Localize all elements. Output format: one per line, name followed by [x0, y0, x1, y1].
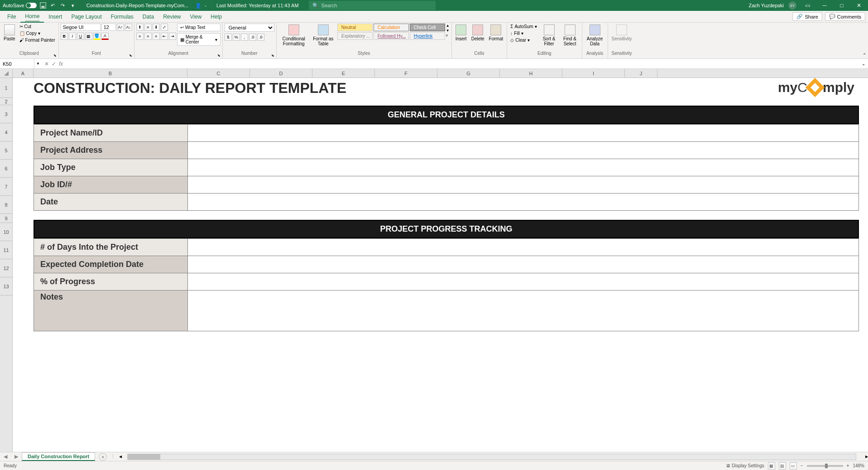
tab-file[interactable]: File: [3, 11, 20, 23]
increase-decimal-icon[interactable]: .0: [249, 34, 256, 41]
name-box-dropdown-icon[interactable]: ▼: [34, 62, 42, 66]
row-header[interactable]: 4: [0, 123, 12, 141]
number-format-select[interactable]: General: [225, 24, 274, 32]
styles-more-icon[interactable]: ≡: [446, 34, 450, 38]
qat-more-icon[interactable]: ▾: [69, 2, 77, 9]
col-header[interactable]: G: [437, 69, 500, 78]
styles-up-icon[interactable]: ▲: [446, 24, 450, 28]
conditional-formatting-button[interactable]: Conditional Formatting: [278, 24, 309, 47]
tab-data[interactable]: Data: [138, 11, 158, 23]
align-top-icon[interactable]: ⬆: [136, 24, 144, 31]
row-header[interactable]: 13: [0, 277, 12, 296]
align-center-icon[interactable]: ≡: [144, 33, 152, 40]
col-header[interactable]: H: [500, 69, 562, 78]
underline-button[interactable]: U: [77, 33, 84, 40]
sort-filter-button[interactable]: Sort & Filter: [539, 24, 559, 47]
autosum-button[interactable]: ΣAutoSum ▾: [509, 24, 538, 29]
search-input[interactable]: [321, 3, 432, 8]
share-button[interactable]: 🔗 Share: [792, 12, 822, 21]
fill-button[interactable]: ↓Fill ▾: [509, 30, 538, 36]
align-right-icon[interactable]: ≡: [153, 33, 160, 40]
style-followed-hyperlink[interactable]: Followed Hy...: [374, 32, 409, 40]
fill-color-button[interactable]: 🪣: [93, 33, 101, 40]
view-normal-icon[interactable]: ▦: [768, 462, 775, 470]
redo-icon[interactable]: ↷: [59, 2, 67, 9]
delete-cells-button[interactable]: Delete: [470, 24, 486, 42]
number-launcher[interactable]: ⬊: [271, 53, 275, 58]
enter-formula-icon[interactable]: ✓: [52, 61, 56, 67]
col-header[interactable]: F: [375, 69, 437, 78]
horizontal-scrollbar[interactable]: [127, 454, 856, 460]
decrease-decimal-icon[interactable]: .0: [257, 34, 264, 41]
tab-review[interactable]: Review: [158, 11, 185, 23]
border-button[interactable]: ▦: [85, 33, 92, 40]
view-page-break-icon[interactable]: ▭: [790, 462, 797, 470]
col-header[interactable]: A: [13, 69, 34, 78]
orientation-icon[interactable]: ⤢: [161, 24, 168, 31]
align-middle-icon[interactable]: ≡: [144, 24, 152, 31]
font-color-button[interactable]: A: [101, 33, 109, 40]
accessibility-icon[interactable]: 👤: [195, 2, 202, 9]
align-left-icon[interactable]: ≡: [136, 33, 144, 40]
percent-icon[interactable]: %: [233, 34, 240, 41]
sensitivity-button[interactable]: Sensitivity: [610, 24, 634, 42]
comma-icon[interactable]: ,: [241, 34, 248, 41]
format-painter-button[interactable]: 🖌Format Painter: [18, 37, 57, 43]
font-size-select[interactable]: [101, 24, 116, 31]
collapse-ribbon-icon[interactable]: ⌃: [863, 53, 866, 58]
style-hyperlink[interactable]: Hyperlink: [410, 32, 445, 40]
cancel-formula-icon[interactable]: ✕: [44, 61, 49, 67]
close-icon[interactable]: ✕: [853, 0, 865, 11]
tab-view[interactable]: View: [186, 11, 206, 23]
user-name[interactable]: Zach Yuzdepski: [749, 3, 784, 8]
find-select-button[interactable]: Find & Select: [560, 24, 580, 47]
wrap-text-button[interactable]: ↩Wrap Text: [177, 24, 221, 31]
row-header[interactable]: 11: [0, 241, 12, 259]
comments-button[interactable]: 💬 Comments: [825, 12, 865, 21]
zoom-out-button[interactable]: −: [801, 463, 803, 468]
fx-icon[interactable]: fx: [59, 61, 63, 67]
italic-button[interactable]: I: [69, 33, 76, 40]
col-header[interactable]: E: [312, 69, 375, 78]
insert-cells-button[interactable]: Insert: [454, 24, 469, 42]
row-header[interactable]: 2: [0, 98, 12, 105]
search-box[interactable]: 🔍: [309, 1, 436, 10]
zoom-level[interactable]: 148%: [853, 463, 864, 468]
tab-formulas[interactable]: Formulas: [106, 11, 138, 23]
paste-button[interactable]: Paste: [2, 24, 17, 42]
style-neutral[interactable]: Neutral: [337, 24, 373, 31]
merge-center-button[interactable]: ▦Merge & Center ▾: [177, 33, 221, 46]
increase-indent-icon[interactable]: ⇥: [169, 33, 176, 40]
format-as-table-button[interactable]: Format as Table: [310, 24, 336, 47]
row-header[interactable]: 10: [0, 223, 12, 241]
user-avatar[interactable]: ZY: [788, 1, 796, 10]
copy-button[interactable]: 📋Copy ▾: [18, 30, 57, 36]
clear-button[interactable]: ◇Clear ▾: [509, 37, 538, 43]
font-name-select[interactable]: [61, 24, 101, 31]
formula-input[interactable]: [66, 61, 859, 67]
display-settings-button[interactable]: 🖥 Display Settings: [726, 463, 764, 468]
ribbon-options-icon[interactable]: ▭: [801, 0, 814, 11]
col-header[interactable]: I: [562, 69, 625, 78]
increase-font-icon[interactable]: A↑: [117, 24, 124, 31]
add-sheet-button[interactable]: +: [99, 453, 107, 460]
sheet-nav-prev-icon[interactable]: ◀: [0, 454, 11, 460]
zoom-in-button[interactable]: +: [847, 463, 849, 468]
currency-icon[interactable]: $: [225, 34, 232, 41]
row-header[interactable]: 1: [0, 78, 12, 98]
sheet-tab-active[interactable]: Daily Construction Report: [22, 452, 95, 461]
cells-area[interactable]: CONSTRUCTION: DAILY REPORT TEMPLATE myCm…: [13, 78, 868, 452]
row-header[interactable]: 6: [0, 160, 12, 178]
analyze-data-button[interactable]: Analyze Data: [584, 24, 606, 47]
styles-down-icon[interactable]: ▼: [446, 29, 450, 33]
row-header[interactable]: 9: [0, 214, 12, 223]
tab-help[interactable]: Help: [206, 11, 226, 23]
col-header[interactable]: D: [250, 69, 312, 78]
clipboard-launcher[interactable]: ⬊: [53, 53, 58, 58]
minimize-icon[interactable]: ─: [818, 0, 831, 11]
font-launcher[interactable]: ⬊: [129, 53, 133, 58]
view-page-layout-icon[interactable]: ▤: [779, 462, 786, 470]
style-calculation[interactable]: Calculation: [374, 24, 409, 31]
col-header[interactable]: J: [625, 69, 657, 78]
bold-button[interactable]: B: [61, 33, 68, 40]
